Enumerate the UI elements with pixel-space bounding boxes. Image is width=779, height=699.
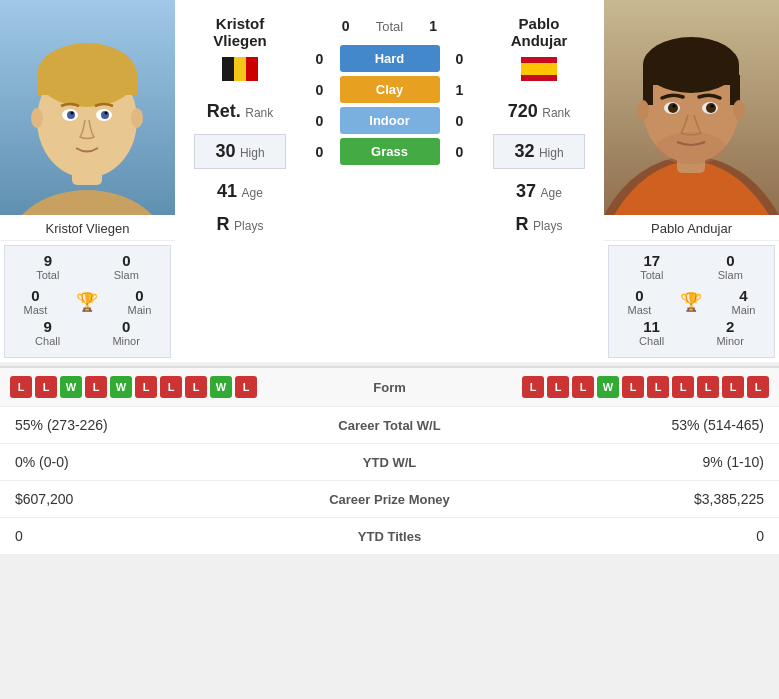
left-player-photo (0, 0, 175, 215)
svg-point-33 (656, 132, 726, 164)
right-form-badges: LLLWLLLLLL (465, 376, 770, 398)
total-row: 0 Total 1 (336, 18, 443, 34)
stat-right-value: 9% (1-10) (490, 454, 765, 470)
svg-point-11 (71, 112, 74, 115)
left-chall-stat: 9 Chall (35, 318, 60, 347)
left-slam-stat: 0 Slam (114, 252, 139, 281)
right-player-name-label: Pablo Andujar (604, 215, 779, 241)
center-column: 0 Total 1 0 Hard 0 0 Clay 1 0 Indoor (305, 0, 474, 362)
form-badge-left: L (85, 376, 107, 398)
form-badge-right: L (647, 376, 669, 398)
form-badge-right: L (547, 376, 569, 398)
left-form-badges: LLWLWLLLWL (10, 376, 315, 398)
form-badge-left: L (235, 376, 257, 398)
main-container: Kristof Vliegen 9 Total 0 Slam 0 (0, 0, 779, 555)
stat-row: 0% (0-0)YTD W/L9% (1-10) (0, 444, 779, 481)
form-badge-left: L (10, 376, 32, 398)
left-total-stat: 9 Total (36, 252, 59, 281)
left-rank-block: Ret. Rank (207, 101, 273, 122)
form-badge-right: L (622, 376, 644, 398)
right-plays-block: R Plays (516, 214, 563, 235)
svg-rect-6 (37, 75, 137, 95)
svg-point-12 (105, 112, 108, 115)
left-high-block: 30 High (194, 134, 285, 169)
stats-rows: 55% (273-226)Career Total W/L53% (514-46… (0, 407, 779, 555)
left-mast-stat: 0 Mast (24, 287, 48, 316)
stat-label: Career Total W/L (290, 418, 490, 433)
form-badge-right: L (522, 376, 544, 398)
right-player-column: Pablo Andujar 17 Total 0 Slam 0 (604, 0, 779, 362)
right-trophy-line: 0 Mast 🏆 4 Main (613, 285, 770, 318)
stat-row: 0YTD Titles0 (0, 518, 779, 555)
right-flag (521, 57, 557, 85)
right-age-block: 37 Age (516, 181, 562, 202)
belgium-flag-icon (222, 57, 258, 81)
right-player-name-center: Pablo Andujar (511, 15, 568, 49)
stat-right-value: 53% (514-465) (490, 417, 765, 433)
svg-point-30 (706, 103, 716, 113)
left-center-info: Kristof Vliegen Ret. Rank 30 High (175, 0, 305, 362)
left-flag (222, 57, 258, 85)
svg-point-34 (637, 100, 649, 120)
trophy-icon-left: 🏆 (76, 291, 98, 313)
right-rank-block: 720 Rank (508, 101, 571, 122)
surface-clay-badge: Clay (340, 76, 440, 103)
form-badge-left: W (110, 376, 132, 398)
form-badge-right: L (572, 376, 594, 398)
svg-rect-24 (643, 65, 739, 85)
stat-label: YTD Titles (290, 529, 490, 544)
svg-point-13 (31, 108, 43, 128)
left-player-column: Kristof Vliegen 9 Total 0 Slam 0 (0, 0, 175, 362)
right-slam-stat: 0 Slam (718, 252, 743, 281)
form-label: Form (315, 380, 465, 395)
left-trophy-line: 0 Mast 🏆 0 Main (9, 285, 166, 318)
left-player-name-center: Kristof Vliegen (213, 15, 266, 49)
right-high-block: 32 High (493, 134, 584, 169)
stat-row: $607,200Career Prize Money$3,385,225 (0, 481, 779, 518)
form-badge-left: L (160, 376, 182, 398)
svg-rect-17 (246, 57, 258, 81)
svg-point-14 (131, 108, 143, 128)
svg-point-29 (668, 103, 678, 113)
form-badge-left: W (210, 376, 232, 398)
surface-hard-badge: Hard (340, 45, 440, 72)
surface-indoor-badge: Indoor (340, 107, 440, 134)
left-player-name-label: Kristof Vliegen (0, 215, 175, 241)
surface-grass-row: 0 Grass 0 (305, 138, 474, 165)
left-stats-area: 9 Total 0 Slam 0 Mast 🏆 0 (4, 245, 171, 358)
stat-left-value: $607,200 (15, 491, 290, 507)
form-badge-right: W (597, 376, 619, 398)
form-row: LLWLWLLLWL Form LLLWLLLLLL (0, 368, 779, 407)
form-badge-left: W (60, 376, 82, 398)
stat-left-value: 0 (15, 528, 290, 544)
form-badge-left: L (185, 376, 207, 398)
right-minor-stat: 2 Minor (716, 318, 744, 347)
stat-label: Career Prize Money (290, 492, 490, 507)
svg-rect-15 (222, 57, 234, 81)
form-badge-right: L (722, 376, 744, 398)
surface-indoor-row: 0 Indoor 0 (305, 107, 474, 134)
stat-row: 55% (273-226)Career Total W/L53% (514-46… (0, 407, 779, 444)
bottom-section: LLWLWLLLWL Form LLLWLLLLLL 55% (273-226)… (0, 366, 779, 555)
form-badge-right: L (747, 376, 769, 398)
stat-right-value: 0 (490, 528, 765, 544)
surface-clay-row: 0 Clay 1 (305, 76, 474, 103)
form-badge-left: L (35, 376, 57, 398)
right-mast-stat: 0 Mast (628, 287, 652, 316)
right-center-info: Pablo Andujar 720 Rank 32 High (474, 0, 604, 362)
surface-hard-row: 0 Hard 0 (305, 45, 474, 72)
left-age-block: 41 Age (217, 181, 263, 202)
right-stats-area: 17 Total 0 Slam 0 Mast 🏆 4 (608, 245, 775, 358)
right-chall-stat: 11 Chall (639, 318, 664, 347)
stat-left-value: 0% (0-0) (15, 454, 290, 470)
right-player-photo (604, 0, 779, 215)
form-badge-right: L (672, 376, 694, 398)
surface-rows: 0 Hard 0 0 Clay 1 0 Indoor 0 0 Grass (305, 45, 474, 165)
trophy-icon-right: 🏆 (680, 291, 702, 313)
left-main-stat: 0 Main (128, 287, 152, 316)
surface-grass-badge: Grass (340, 138, 440, 165)
svg-point-31 (673, 105, 676, 108)
stat-label: YTD W/L (290, 455, 490, 470)
spain-flag-icon (521, 57, 557, 81)
stat-left-value: 55% (273-226) (15, 417, 290, 433)
